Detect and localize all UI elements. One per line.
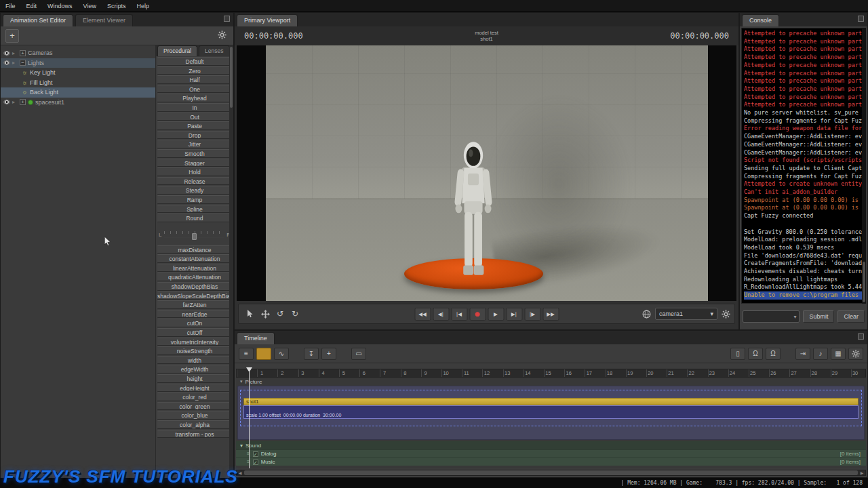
sound-group-header[interactable]: ▾ Sound	[236, 441, 866, 449]
picture-group-header[interactable]: ▾ Picture	[236, 378, 866, 386]
chevron-down-icon[interactable]: ▾	[240, 379, 243, 384]
preset-button[interactable]: Steady	[157, 186, 232, 195]
attribute-button[interactable]: maxDistance	[157, 245, 232, 254]
playback-button[interactable]: |▶	[524, 308, 540, 321]
attribute-button[interactable]: cutOff	[157, 328, 232, 337]
sound-track-dialog[interactable]: ≡ ✓ Dialog [0 items]	[236, 449, 866, 458]
preset-button[interactable]: Out	[157, 113, 232, 121]
attribute-button[interactable]: color_red	[157, 392, 232, 401]
track-checkbox[interactable]: ✓	[253, 460, 258, 465]
render-area[interactable]	[266, 45, 708, 301]
preset-strength-slider[interactable]: L R	[156, 228, 233, 243]
tab-procedural[interactable]: Procedural	[157, 45, 197, 56]
preset-button[interactable]: Round	[157, 214, 232, 222]
expander-icon[interactable]: +	[20, 50, 26, 56]
menu-item[interactable]: File	[0, 1, 21, 11]
attribute-button[interactable]: color_green	[157, 402, 232, 411]
attribute-button[interactable]: edgeWidth	[157, 365, 232, 373]
preset-button[interactable]: Paste	[157, 121, 232, 130]
viewport-settings-gear-icon[interactable]	[722, 310, 730, 319]
tab-animation-set-editor[interactable]: Animation Set Editor	[3, 14, 73, 26]
attribute-button[interactable]: transform - pos	[157, 430, 232, 439]
slider-track[interactable]	[164, 231, 224, 239]
tree-row-back-light[interactable]: ☼ Back Light	[1, 87, 155, 98]
tab-primary-viewport[interactable]: Primary Viewport	[237, 14, 298, 26]
menu-item[interactable]: Edit	[21, 1, 43, 11]
attribute-button[interactable]: width	[157, 356, 232, 365]
tree-row-lights[interactable]: ▸ − Lights	[1, 58, 155, 68]
menu-item[interactable]: View	[78, 1, 102, 11]
tab-console[interactable]: Console	[742, 14, 779, 26]
tab-element-viewer[interactable]: Element Viewer	[75, 14, 133, 26]
add-clip-button[interactable]: +	[321, 348, 336, 360]
animset-gear-icon[interactable]	[218, 30, 226, 39]
viewport-canvas[interactable]	[237, 45, 736, 301]
attribute-button[interactable]: nearEdge	[157, 310, 232, 319]
attribute-button[interactable]: color_alpha	[157, 420, 232, 429]
console-command-dropdown[interactable]: ▾	[743, 310, 800, 323]
panel-options-icon[interactable]	[858, 333, 864, 340]
attribute-button[interactable]: constantAttenuation	[157, 254, 232, 263]
shot-clip[interactable]: shot1	[243, 398, 859, 405]
timeline-scrollbar[interactable]: ◀ ▶	[236, 470, 866, 476]
track-checkbox[interactable]: ✓	[253, 451, 258, 457]
console-scrollbar[interactable]	[862, 28, 866, 304]
menu-item[interactable]: Help	[131, 1, 155, 11]
film-strip-icon[interactable]: ▦	[831, 348, 846, 360]
scroll-right-icon[interactable]: ▶	[859, 470, 865, 475]
visibility-eye-icon[interactable]	[3, 100, 10, 104]
rotate-ccw-icon[interactable]: ↺	[273, 307, 288, 321]
time-ruler[interactable]: 1 2 3 4 5 6 7 8 9 10 11 12 13 14 15	[236, 369, 866, 378]
preset-button[interactable]: Smooth	[157, 149, 232, 158]
world-icon[interactable]	[642, 310, 651, 319]
audio-icon[interactable]: ♪	[813, 348, 828, 360]
sound-track-music[interactable]: ≡ ✓ Music [0 items]	[236, 458, 866, 466]
attribute-button[interactable]: linearAttenuation	[157, 264, 232, 272]
tree-row-key-light[interactable]: ☼ Key Light	[1, 68, 155, 78]
jump-to-end-icon[interactable]: ⇥	[795, 348, 810, 360]
motion-editor-toggle[interactable]	[256, 348, 271, 360]
playhead-line[interactable]	[249, 369, 250, 468]
playback-button[interactable]: ◀|	[433, 308, 449, 321]
tab-lenses[interactable]: Lenses	[199, 45, 229, 56]
magnet-snap-icon[interactable]: Ω	[748, 348, 763, 360]
attribute-button[interactable]: shadowSlopeScaleDepthBias	[157, 291, 232, 300]
playback-button[interactable]: |◀	[451, 308, 467, 321]
preset-button[interactable]: Ramp	[157, 195, 232, 204]
preset-button[interactable]: Spline	[157, 205, 232, 214]
submit-button[interactable]: Submit	[803, 310, 834, 323]
visibility-eye-icon[interactable]	[3, 51, 10, 56]
scrollbar-thumb[interactable]	[244, 470, 858, 475]
menu-item[interactable]: Scripts	[102, 1, 132, 11]
preset-button[interactable]: Jitter	[157, 140, 232, 148]
playback-button[interactable]: ▶	[488, 308, 504, 321]
attribute-button[interactable]: noiseStrength	[157, 346, 232, 355]
attribute-button[interactable]: volumetricIntensity	[157, 338, 232, 346]
rotate-cw-icon[interactable]: ↻	[288, 307, 302, 321]
clear-button[interactable]: Clear	[837, 310, 865, 323]
playback-button[interactable]: ◀◀	[414, 308, 431, 321]
graph-editor-toggle[interactable]: ∿	[274, 348, 289, 360]
attribute-button[interactable]: cutOn	[157, 319, 232, 327]
preset-button[interactable]: Hold	[157, 167, 232, 176]
frame-snap-icon[interactable]: Ω	[766, 348, 781, 360]
playback-button[interactable]: ▶▶	[542, 308, 559, 321]
attribute-button[interactable]: shadowDepthBias	[157, 282, 232, 291]
slider-thumb[interactable]	[192, 233, 197, 240]
playback-button[interactable]: ●	[469, 308, 486, 321]
add-animation-set-button[interactable]: +	[5, 29, 19, 43]
preset-button[interactable]: Playhead	[157, 94, 232, 102]
expander-icon[interactable]: −	[20, 60, 26, 66]
selection-tool-icon[interactable]	[243, 307, 258, 321]
panel-options-icon[interactable]	[858, 16, 864, 22]
key-all-button[interactable]: ↧	[304, 348, 319, 360]
astronaut-model[interactable]	[448, 140, 498, 279]
preset-button[interactable]: Drop	[157, 131, 232, 140]
chevron-down-icon[interactable]: ▾	[240, 443, 243, 449]
attribute-button[interactable]: farZAtten	[157, 300, 232, 309]
panel-options-icon[interactable]	[224, 16, 230, 22]
preset-button[interactable]: In	[157, 103, 232, 112]
expander-icon[interactable]: +	[20, 99, 26, 105]
console-output[interactable]: Attempted to precache unknown particle s…	[741, 28, 866, 304]
attribute-button[interactable]: quadraticAttenuation	[157, 272, 232, 281]
